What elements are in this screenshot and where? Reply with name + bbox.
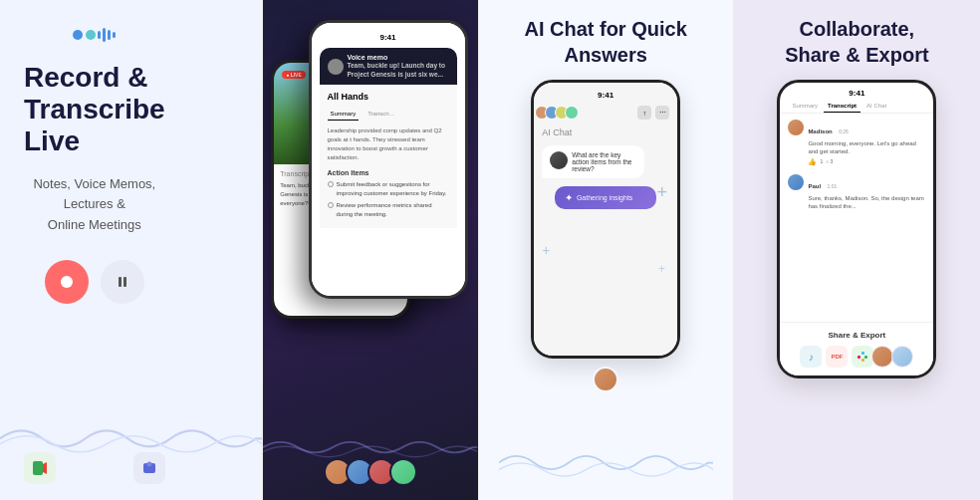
live-badge: ● LIVE bbox=[282, 71, 306, 79]
plus-deco-3: + bbox=[658, 262, 665, 276]
record-controls bbox=[45, 260, 144, 304]
logo-bar-1 bbox=[98, 31, 101, 39]
gathering-text: Gathering insights bbox=[577, 194, 632, 201]
panel-3-content: AI Chat for Quick Answers 9:41 ↑ ⋯ bbox=[499, 16, 713, 484]
wave-svg-2 bbox=[263, 434, 477, 460]
phone-time-front: 9:41 bbox=[320, 33, 457, 42]
share-export-section: Share & Export ♪ PDF bbox=[780, 322, 933, 375]
p4-msg-madison: Madison 0:26 Good morning, everyone. Let… bbox=[788, 120, 925, 166]
voice-memo-label: Voice memo bbox=[348, 54, 445, 61]
logo-bar-2 bbox=[103, 28, 106, 42]
panel-collaborate: Collaborate, Share & Export 9:41 Summary… bbox=[734, 0, 980, 500]
p4-screen: 9:41 Summary Transcript AI Chat Madison bbox=[780, 83, 933, 375]
p4-msg-text-madison: Good morning, everyone. Let's go ahead a… bbox=[808, 139, 925, 156]
panel-4-content: Collaborate, Share & Export 9:41 Summary… bbox=[750, 16, 964, 500]
pause-icon bbox=[115, 274, 130, 290]
p4-msg-paul: Paul 1:01 Sure, thanks, Madison. So, the… bbox=[788, 174, 925, 211]
p3-share-btn[interactable]: ↑ bbox=[637, 106, 651, 120]
doc-body-text: Leadership provided comp updates and Q2 … bbox=[328, 126, 449, 162]
p3-time: 9:41 bbox=[542, 91, 669, 100]
wave-decoration-1 bbox=[0, 417, 262, 464]
doc-title: All Hands bbox=[328, 91, 449, 105]
logo-circle-1 bbox=[73, 30, 83, 40]
p4-tab-summary[interactable]: Summary bbox=[788, 100, 822, 113]
gathering-insights-bubble: ✦ Gathering insights bbox=[555, 186, 656, 209]
p4-tab-ai-chat[interactable]: AI Chat bbox=[862, 100, 890, 113]
sparkle-icon: ✦ bbox=[565, 192, 573, 203]
logo-bar-4 bbox=[113, 32, 116, 38]
wave-decoration-3 bbox=[499, 445, 713, 484]
p4-msg-time-madison: 0:26 bbox=[839, 128, 849, 134]
panel-2-inner: ● LIVE ↑ ⋯ Transcript Team, buckle up! L… bbox=[263, 0, 477, 500]
p4-msg-name-madison: Madison bbox=[808, 128, 832, 134]
collaborate-title: Collaborate, Share & Export bbox=[750, 16, 964, 68]
svg-rect-10 bbox=[861, 359, 864, 362]
slack-export-icon[interactable] bbox=[852, 346, 873, 368]
action-item-2: Review performance metrics shared during… bbox=[328, 201, 449, 219]
wave-svg-1 bbox=[0, 417, 262, 460]
ai-chat-title: AI Chat for Quick Answers bbox=[499, 16, 713, 68]
svg-rect-2 bbox=[123, 277, 126, 287]
face-avatar-4 bbox=[389, 458, 417, 486]
p4-reaction-separator: ○ 3 bbox=[826, 158, 833, 166]
p4-time: 9:41 bbox=[780, 83, 933, 100]
check-circle-2 bbox=[328, 202, 334, 208]
export-icons-row: ♪ PDF bbox=[788, 346, 925, 368]
action-item-1-text: Submit feedback or suggestions for impro… bbox=[337, 180, 449, 198]
document-content: All Hands Summary Transcri... Leadership… bbox=[320, 85, 457, 228]
p4-tabs-row: Summary Transcript AI Chat bbox=[780, 100, 933, 114]
svg-rect-7 bbox=[858, 356, 860, 359]
logo-bar-3 bbox=[108, 30, 111, 40]
voice-memo-preview: Team, buckle up! Launch day toProject Ge… bbox=[348, 61, 445, 79]
pause-button[interactable] bbox=[101, 260, 144, 304]
plus-deco-2: + bbox=[542, 242, 550, 258]
collaborate-phone: 9:41 Summary Transcript AI Chat Madison bbox=[777, 80, 936, 378]
p4-avatar-paul bbox=[788, 174, 804, 190]
svg-rect-8 bbox=[861, 352, 864, 355]
action-item-1: Submit feedback or suggestions for impro… bbox=[328, 180, 449, 198]
p3-screen: 9:41 ↑ ⋯ AI Chat bbox=[534, 83, 677, 356]
voice-memo-avatar bbox=[328, 59, 344, 75]
p4-msg-body-madison: Madison 0:26 Good morning, everyone. Let… bbox=[808, 120, 925, 166]
p4-msg-time-paul: 1:01 bbox=[828, 183, 838, 189]
record-button[interactable] bbox=[45, 260, 89, 304]
ai-chat-screen-label: AI Chat bbox=[542, 127, 669, 137]
action-items-title: Action Items bbox=[328, 168, 449, 179]
doc-tabs: Summary Transcri... bbox=[328, 109, 449, 121]
chat-message-question: What are the key action items from the r… bbox=[542, 145, 643, 178]
app-logo bbox=[73, 28, 116, 42]
chat-question-text: What are the key action items from the r… bbox=[572, 151, 635, 172]
p4-reaction-count: 1 bbox=[820, 158, 823, 166]
svg-point-0 bbox=[61, 276, 73, 288]
p3-avatars bbox=[539, 106, 579, 120]
voice-memo-header: Voice memo Team, buckle up! Launch day t… bbox=[320, 48, 457, 85]
svg-rect-9 bbox=[864, 356, 867, 359]
action-item-2-text: Review performance metrics shared during… bbox=[337, 201, 449, 219]
doc-tab-transcript: Transcri... bbox=[365, 109, 396, 121]
p4-msg-name-paul: Paul bbox=[808, 183, 821, 189]
record-subtitle: Notes, Voice Memos, Lectures & Online Me… bbox=[33, 174, 155, 236]
panel-voice-memo: ● LIVE ↑ ⋯ Transcript Team, buckle up! L… bbox=[263, 0, 477, 500]
check-circle-1 bbox=[328, 181, 334, 187]
bottom-faces bbox=[263, 458, 477, 486]
share-export-title: Share & Export bbox=[788, 331, 925, 340]
record-icon bbox=[59, 274, 75, 290]
logo-circle-2 bbox=[86, 30, 96, 40]
panel-record: Record & Transcribe Live Notes, Voice Me… bbox=[0, 0, 262, 500]
slack-logo bbox=[857, 351, 868, 363]
music-export-icon[interactable]: ♪ bbox=[800, 346, 822, 368]
p4-reaction-thumbs: 👍 bbox=[808, 158, 817, 166]
p3-header: ↑ ⋯ bbox=[542, 106, 669, 120]
pdf-export-icon[interactable]: PDF bbox=[826, 346, 848, 368]
p4-msg-text-paul: Sure, thanks, Madison. So, the design te… bbox=[808, 194, 925, 211]
p4-tab-transcript[interactable]: Transcript bbox=[824, 100, 860, 113]
record-title: Record & Transcribe Live bbox=[24, 62, 165, 158]
logo-bars bbox=[98, 28, 116, 42]
plus-deco-1: + bbox=[657, 182, 668, 203]
chat-user-avatar bbox=[550, 151, 568, 169]
p3-more-btn[interactable]: ⋯ bbox=[655, 106, 669, 120]
p4-reactions-madison: 👍 1 ○ 3 bbox=[808, 158, 925, 166]
p3-av-4 bbox=[565, 106, 579, 120]
phone-mockup-front: 9:41 Voice memo Team, buckle up! Launch … bbox=[309, 20, 468, 299]
p4-msg-body-paul: Paul 1:01 Sure, thanks, Madison. So, the… bbox=[808, 174, 925, 211]
